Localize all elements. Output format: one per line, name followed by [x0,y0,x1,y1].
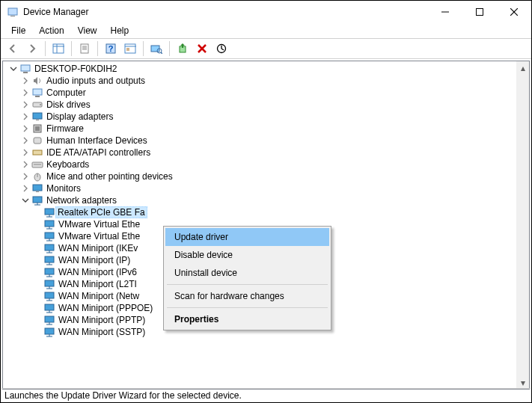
context-uninstall-device[interactable]: Uninstall device [165,264,329,282]
tree-category[interactable]: Disk drives [6,99,516,111]
scroll-down-icon[interactable]: ▾ [516,376,529,389]
titlebar: Device Manager [1,1,531,23]
show-hide-console-tree-button[interactable] [49,40,67,57]
scan-hardware-button[interactable] [147,40,165,57]
tree-category-label: Keyboards [43,159,89,170]
toolbar-separator [97,41,98,56]
close-button[interactable] [497,1,531,23]
tree-category-label: Disk drives [43,99,91,110]
ide-icon [31,147,43,159]
svg-rect-36 [33,150,42,155]
back-button[interactable] [4,40,22,57]
svg-rect-6 [53,44,64,53]
hid-icon [31,135,43,147]
tree-category[interactable]: Firmware [6,123,516,135]
context-update-driver[interactable]: Update driver [165,228,329,246]
svg-rect-73 [45,316,54,322]
tree-category[interactable]: Monitors [6,182,516,194]
svg-rect-55 [45,244,54,250]
chevron-right-icon[interactable] [19,99,31,111]
svg-rect-28 [35,96,40,97]
context-disable-device[interactable]: Disable device [165,246,329,264]
scroll-up-icon[interactable]: ▴ [516,61,529,74]
svg-rect-64 [45,280,54,286]
network-adapter-icon [43,278,55,290]
svg-point-30 [40,104,41,105]
help-button[interactable]: ? [102,40,120,57]
action-sheet-button[interactable] [121,40,139,57]
tree-category[interactable]: Computer [6,87,516,99]
tree-category[interactable]: Mice and other pointing devices [6,170,516,182]
tree-category-label: IDE ATA/ATAPI controllers [43,147,150,158]
chevron-down-icon[interactable] [7,63,19,75]
toolbar: ? [1,38,531,59]
tree-device-label: WAN Miniport (PPPOE) [55,303,153,313]
keyboard-icon [31,159,43,170]
tree-category-label: Human Interface Devices [43,135,147,146]
menu-view[interactable]: View [72,25,103,37]
vertical-scrollbar[interactable]: ▴ ▾ [516,61,529,389]
svg-rect-26 [23,72,28,73]
mouse-icon [31,170,43,182]
tree-category-label: Display adapters [43,111,113,122]
menu-action[interactable]: Action [33,25,70,37]
disable-device-button[interactable] [213,40,230,57]
network-adapter-icon [43,326,55,338]
tree-device-selected[interactable]: Realtek PCIe GBE Fa [6,206,516,218]
update-driver-button[interactable] [174,40,192,57]
svg-rect-9 [81,44,88,53]
tree-root-label: DESKTOP-F0KDIH2 [31,64,117,74]
tree-category[interactable]: Keyboards [6,159,516,170]
tree-device-label: VMware Virtual Ethe [55,231,140,242]
chevron-right-icon[interactable] [19,170,31,182]
svg-rect-42 [36,191,39,192]
network-adapter-icon [43,242,55,254]
forward-button[interactable] [23,40,41,57]
tree-category[interactable]: Human Interface Devices [6,135,516,147]
device-tree-panel: DESKTOP-F0KDIH2 Audio inputs and outputs… [2,61,530,390]
chevron-down-icon[interactable] [19,194,31,206]
context-menu: Update driver Disable device Uninstall d… [163,226,331,330]
status-text: Launches the Update Driver Wizard for th… [4,390,242,401]
tree-root[interactable]: DESKTOP-F0KDIH2 [6,63,516,75]
tree-device-label: WAN Miniport (IP) [55,255,130,265]
tree-category[interactable]: IDE ATA/ATAPI controllers [6,147,516,159]
svg-rect-27 [33,89,42,95]
svg-rect-43 [33,197,42,203]
svg-line-20 [161,52,162,54]
network-adapter-icon [43,254,55,266]
uninstall-device-button[interactable] [193,40,211,57]
context-properties[interactable]: Properties [165,310,329,328]
svg-rect-58 [45,256,54,262]
tree-device-label: WAN Miniport (SSTP) [55,327,145,337]
menu-file[interactable]: File [5,25,31,37]
chevron-right-icon[interactable] [19,135,31,147]
svg-text:?: ? [108,44,114,53]
svg-rect-49 [45,221,54,227]
chevron-right-icon[interactable] [19,111,31,123]
app-icon [7,6,19,18]
menu-help[interactable]: Help [105,25,135,37]
context-scan-hardware[interactable]: Scan for hardware changes [165,287,329,305]
tree-category[interactable]: Audio inputs and outputs [6,75,516,87]
svg-rect-41 [33,185,42,191]
tree-category[interactable]: Display adapters [6,111,516,123]
tree-category-network[interactable]: Network adapters [6,194,516,206]
chevron-right-icon[interactable] [19,147,31,159]
tree-category-label: Monitors [43,183,81,194]
toolbar-separator [71,41,72,56]
chevron-right-icon[interactable] [19,87,31,99]
chevron-right-icon[interactable] [19,182,31,194]
properties-button[interactable] [76,40,94,57]
minimize-button[interactable] [428,1,462,23]
svg-rect-17 [126,48,129,51]
chevron-right-icon[interactable] [19,123,31,135]
svg-rect-31 [33,113,42,119]
svg-rect-0 [8,8,17,15]
chevron-right-icon[interactable] [19,159,31,170]
device-tree[interactable]: DESKTOP-F0KDIH2 Audio inputs and outputs… [3,61,516,389]
maximize-button[interactable] [462,1,497,23]
chevron-right-icon[interactable] [19,75,31,87]
scroll-track[interactable] [516,74,529,376]
svg-rect-32 [36,120,39,120]
